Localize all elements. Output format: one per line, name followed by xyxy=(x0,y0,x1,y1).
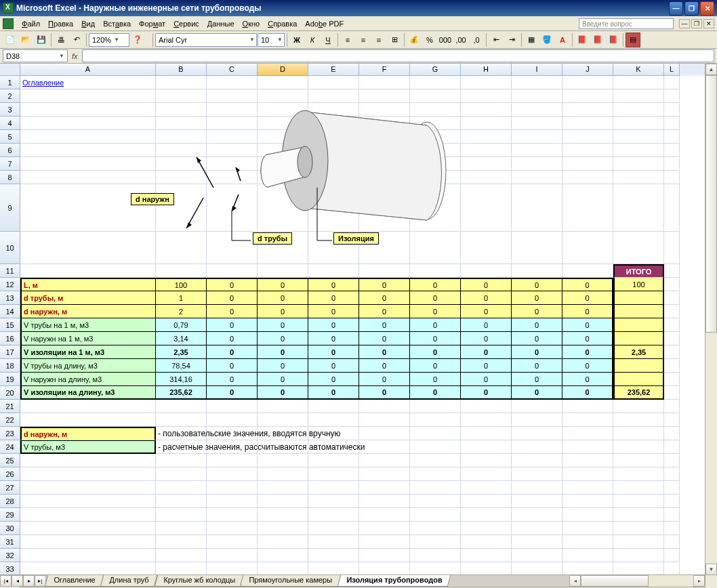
row-header-13[interactable]: 13 xyxy=(0,291,20,305)
table-cell[interactable]: 3,14 xyxy=(156,332,207,345)
row-header-6[interactable]: 6 xyxy=(0,144,20,157)
column-header-J[interactable]: J xyxy=(562,64,613,76)
row-header-25[interactable]: 25 xyxy=(0,454,20,467)
table-cell[interactable]: 0 xyxy=(512,291,562,305)
minimize-button[interactable]: — xyxy=(669,1,683,16)
row-header-16[interactable]: 16 xyxy=(0,332,20,345)
row-header-27[interactable]: 27 xyxy=(0,481,20,495)
ask-a-question-box[interactable]: Введите вопрос xyxy=(579,18,674,29)
align-right-icon[interactable]: ≡ xyxy=(371,33,386,47)
table-cell[interactable]: 0 xyxy=(512,373,562,386)
table-cell[interactable]: 0 xyxy=(410,332,461,345)
row-header-3[interactable]: 3 xyxy=(0,103,20,117)
font-combo[interactable]: Arial Cyr▼ xyxy=(155,33,257,47)
row-header-26[interactable]: 26 xyxy=(0,467,20,481)
table-cell[interactable]: 0 xyxy=(512,318,562,332)
tab-nav-next[interactable]: ▸ xyxy=(23,575,35,587)
align-left-icon[interactable]: ≡ xyxy=(340,33,355,47)
row-header-29[interactable]: 29 xyxy=(0,508,20,522)
column-header-C[interactable]: C xyxy=(207,64,258,76)
percent-icon[interactable]: % xyxy=(422,33,437,47)
table-cell[interactable]: 0 xyxy=(258,373,308,386)
row-header-5[interactable]: 5 xyxy=(0,130,20,144)
name-box[interactable]: D38▼ xyxy=(3,49,68,62)
help-icon[interactable]: ❓ xyxy=(130,33,145,47)
column-header-K[interactable]: K xyxy=(613,64,664,76)
decrease-decimal-icon[interactable]: ,0 xyxy=(469,33,484,47)
close-button[interactable]: ✕ xyxy=(700,1,714,16)
row-header-15[interactable]: 15 xyxy=(0,318,20,332)
row-header-33[interactable]: 33 xyxy=(0,562,20,576)
column-header-A[interactable]: A xyxy=(20,64,156,76)
row-header-23[interactable]: 23 xyxy=(0,427,20,440)
align-center-icon[interactable]: ≡ xyxy=(356,33,371,47)
table-cell[interactable]: 0 xyxy=(308,386,359,400)
table-cell[interactable]: 0 xyxy=(562,291,613,305)
table-cell[interactable]: 0 xyxy=(562,359,613,373)
table-cell[interactable]: 0 xyxy=(512,386,562,400)
table-cell[interactable]: 0 xyxy=(562,318,613,332)
table-cell[interactable]: 0 xyxy=(562,373,613,386)
mdi-restore[interactable]: ❐ xyxy=(691,19,702,28)
table-cell[interactable]: 0 xyxy=(461,359,512,373)
row-header-10[interactable]: 10 xyxy=(0,232,20,264)
table-cell[interactable]: 0 xyxy=(207,373,258,386)
borders-icon[interactable]: ▦ xyxy=(524,33,539,47)
row-header-20[interactable]: 20 xyxy=(0,386,20,400)
table-cell[interactable]: 0 xyxy=(308,345,359,359)
table-cell[interactable]: 0 xyxy=(207,332,258,345)
column-header-G[interactable]: G xyxy=(410,64,461,76)
tab-nav-first[interactable]: |◂ xyxy=(0,575,12,587)
row-header-24[interactable]: 24 xyxy=(0,440,20,454)
table-cell[interactable]: 0 xyxy=(562,332,613,345)
sheet-tab[interactable]: Изоляция трубопроводов xyxy=(337,575,451,587)
row-header-22[interactable]: 22 xyxy=(0,413,20,427)
menu-format[interactable]: Формат xyxy=(135,18,169,29)
underline-icon[interactable]: Ч xyxy=(321,33,335,47)
fx-icon[interactable]: fx xyxy=(72,52,78,60)
sheet-tab[interactable]: Длина труб xyxy=(100,575,158,587)
row-header-8[interactable]: 8 xyxy=(0,171,20,184)
toc-link[interactable]: Оглавление xyxy=(20,76,156,89)
undo-icon[interactable]: ↶ xyxy=(69,33,84,47)
table-cell[interactable]: 0 xyxy=(207,359,258,373)
table-cell[interactable]: 0 xyxy=(562,345,613,359)
zoom-combo[interactable]: 120%▼ xyxy=(89,33,129,47)
row-header-21[interactable]: 21 xyxy=(0,400,20,413)
mdi-minimize[interactable]: — xyxy=(679,19,690,28)
row-header-28[interactable]: 28 xyxy=(0,495,20,508)
table-cell[interactable]: 0 xyxy=(207,386,258,400)
comma-icon[interactable]: 000 xyxy=(438,33,453,47)
vertical-scrollbar[interactable]: ▲ ▼ xyxy=(705,64,717,587)
row-header-11[interactable]: 11 xyxy=(0,264,20,278)
menu-adobe[interactable]: Adobe PDF xyxy=(301,18,348,29)
table-cell[interactable]: 0 xyxy=(359,386,410,400)
row-header-19[interactable]: 19 xyxy=(0,373,20,386)
scroll-down-button[interactable]: ▼ xyxy=(705,564,717,575)
maximize-button[interactable]: ❐ xyxy=(684,1,699,16)
mdi-close[interactable]: ✕ xyxy=(703,19,714,28)
italic-icon[interactable]: К xyxy=(305,33,320,47)
table-cell[interactable]: 0 xyxy=(512,278,562,291)
decrease-indent-icon[interactable]: ⇤ xyxy=(489,33,504,47)
column-header-E[interactable]: E xyxy=(308,64,359,76)
row-header-1[interactable]: 1 xyxy=(0,76,20,89)
menu-help[interactable]: Справка xyxy=(264,18,301,29)
menu-window[interactable]: Окно xyxy=(239,18,264,29)
menu-service[interactable]: Сервис xyxy=(169,18,203,29)
table-cell[interactable]: 0 xyxy=(512,345,562,359)
table-cell[interactable]: 0 xyxy=(308,359,359,373)
sheet-tab[interactable]: Прямоугольные камеры xyxy=(240,575,341,587)
merge-icon[interactable]: ⊞ xyxy=(387,33,402,47)
increase-indent-icon[interactable]: ⇥ xyxy=(504,33,519,47)
table-cell[interactable]: 0 xyxy=(308,373,359,386)
scroll-thumb-horizontal[interactable] xyxy=(581,575,649,587)
horizontal-scrollbar[interactable]: ◂ ▸ xyxy=(569,575,705,587)
table-cell[interactable]: 0 xyxy=(359,332,410,345)
table-cell[interactable]: 0 xyxy=(461,332,512,345)
table-cell[interactable]: 0 xyxy=(410,373,461,386)
formula-bar[interactable] xyxy=(82,49,714,62)
overflow-icon[interactable]: ▤ xyxy=(626,33,640,47)
table-cell[interactable]: 0 xyxy=(359,345,410,359)
column-header-L[interactable]: L xyxy=(664,64,680,76)
